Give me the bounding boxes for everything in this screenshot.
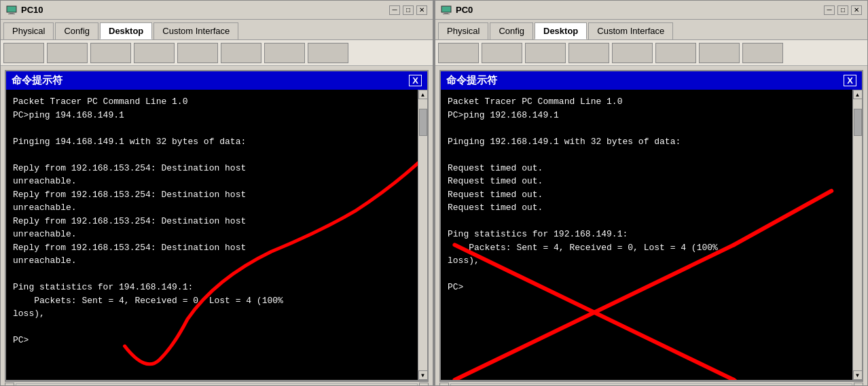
close-button[interactable]: ✕: [416, 5, 427, 15]
toolbar-btn-pc0-3[interactable]: [525, 43, 566, 63]
cmd-body-pc10[interactable]: Packet Tracer PC Command Line 1.0 PC>pin…: [6, 90, 418, 380]
scroll-down-arrow-pc0[interactable]: ▼: [853, 370, 863, 380]
scroll-thumb-pc0[interactable]: [854, 109, 862, 136]
cmd-close-btn-pc10[interactable]: X: [409, 75, 422, 86]
cmd2-line-1: Packet Tracer PC Command Line 1.0: [448, 95, 846, 109]
cmd2-line-4: Pinging 192.168.149.1 with 32 bytes of d…: [448, 135, 846, 149]
cmd2-line-12: Packets: Sent = 4, Received = 0, Lost = …: [448, 241, 846, 255]
scrollbar-v-pc0[interactable]: ▲ ▼: [852, 90, 862, 380]
toolbar-btn-pc0-6[interactable]: [655, 43, 696, 63]
cmd-body-area-pc10: Packet Tracer PC Command Line 1.0 PC>pin…: [6, 90, 427, 380]
scroll-right-arrow-pc0[interactable]: ►: [854, 383, 863, 386]
maximize-button-pc0[interactable]: □: [837, 5, 848, 15]
tab-desktop-pc10[interactable]: Desktop: [100, 22, 152, 39]
cmd-line-5: [13, 148, 411, 162]
cmd2-line-9: Request timed out.: [448, 201, 846, 215]
scroll-right-arrow[interactable]: ►: [419, 383, 429, 386]
toolbar-pc0: [435, 40, 867, 66]
cmd2-line-14: [448, 268, 846, 281]
cmd2-line-8: Request timed out.: [448, 188, 846, 202]
cmd-line-13: unreachable.: [13, 254, 411, 268]
cmd-line-2: PC>ping 194.168.149.1: [13, 109, 411, 122]
window-pc0: PC0 ─ □ ✕ Physical Config Desktop Custom…: [435, 0, 868, 386]
title-bar-pc10: PC10 ─ □ ✕: [1, 1, 433, 20]
cmd-line-17: loss),: [13, 307, 411, 321]
cmd-title-text-pc0: 命令提示符: [446, 74, 497, 87]
tab-config-pc10[interactable]: Config: [55, 22, 98, 39]
tab-bar-pc0: Physical Config Desktop Custom Interface: [435, 20, 867, 40]
scroll-down-arrow[interactable]: ▼: [418, 370, 428, 380]
svg-rect-0: [7, 6, 16, 12]
toolbar-btn-4[interactable]: [134, 43, 175, 63]
toolbar-btn-pc0-2[interactable]: [482, 43, 522, 63]
cmd-line-3: [13, 122, 411, 135]
cmd-line-10: Reply from 192.168.153.254: Destination …: [13, 215, 411, 228]
close-button-pc0[interactable]: ✕: [851, 5, 862, 15]
cmd2-line-13: loss),: [448, 254, 846, 268]
cmd2-line-3: [448, 122, 846, 135]
toolbar-btn-pc0-8[interactable]: [742, 43, 783, 63]
scroll-thumb[interactable]: [419, 109, 427, 136]
tab-physical-pc0[interactable]: Physical: [438, 22, 488, 39]
svg-rect-5: [443, 14, 450, 14]
tab-physical-pc10[interactable]: Physical: [3, 22, 54, 39]
cmd-line-19: PC>: [13, 334, 411, 347]
window-title-pc10: PC10: [21, 5, 43, 15]
scroll-left-arrow-pc0[interactable]: ◄: [439, 383, 449, 386]
cmd-line-18: [13, 321, 411, 334]
cmd2-line-15: PC>: [448, 281, 846, 294]
cmd-line-8: Reply from 192.168.153.254: Destination …: [13, 188, 411, 202]
tab-custom-interface-pc0[interactable]: Custom Interface: [588, 22, 673, 39]
cmd-body-pc0[interactable]: Packet Tracer PC Command Line 1.0 PC>pin…: [441, 90, 852, 380]
window-title-pc0: PC0: [456, 5, 473, 15]
cmd2-line-5: [448, 148, 846, 162]
cmd-line-9: unreachable.: [13, 201, 411, 215]
title-bar-left: PC10: [6, 5, 43, 16]
toolbar-btn-pc0-7[interactable]: [699, 43, 740, 63]
toolbar-btn-pc0-4[interactable]: [568, 43, 609, 63]
toolbar-btn-3[interactable]: [90, 43, 131, 63]
cmd-line-4: Pinging 194.168.149.1 with 32 bytes of d…: [13, 135, 411, 149]
svg-rect-3: [441, 6, 451, 12]
maximize-button[interactable]: □: [403, 5, 414, 15]
cmd2-line-7: Request timed out.: [448, 175, 846, 188]
cmd2-line-11: Ping statistics for 192.168.149.1:: [448, 228, 846, 241]
tab-desktop-pc0[interactable]: Desktop: [535, 22, 587, 39]
scroll-left-arrow[interactable]: ◄: [5, 383, 14, 386]
title-bar-pc0: PC0 ─ □ ✕: [435, 1, 867, 20]
toolbar-btn-5[interactable]: [177, 43, 218, 63]
toolbar-btn-2[interactable]: [47, 43, 88, 63]
cmd-container-pc10: 命令提示符 X Packet Tracer PC Command Line 1.…: [1, 66, 433, 385]
toolbar-btn-pc0-5[interactable]: [612, 43, 653, 63]
scroll-up-arrow[interactable]: ▲: [418, 90, 428, 99]
toolbar-btn-1[interactable]: [3, 43, 44, 63]
cmd-window-pc10: 命令提示符 X Packet Tracer PC Command Line 1.…: [5, 70, 429, 381]
cmd-close-btn-pc0[interactable]: X: [844, 75, 856, 86]
window-pc10: PC10 ─ □ ✕ Physical Config Desktop Custo…: [0, 0, 433, 386]
scrollbar-h-pc10[interactable]: ◄ ►: [5, 381, 429, 385]
toolbar-btn-8[interactable]: [308, 43, 348, 63]
scrollbar-v-pc10[interactable]: ▲ ▼: [418, 90, 427, 380]
scrollbar-h-pc0[interactable]: ◄ ►: [439, 381, 863, 385]
cmd-line-6: Reply from 192.168.153.254: Destination …: [13, 162, 411, 175]
toolbar-pc10: [1, 40, 433, 66]
svg-rect-2: [8, 14, 15, 14]
cmd-line-7: unreachable.: [13, 175, 411, 188]
toolbar-btn-7[interactable]: [264, 43, 305, 63]
minimize-button-pc0[interactable]: ─: [824, 5, 835, 15]
svg-rect-4: [444, 12, 448, 14]
toolbar-btn-6[interactable]: [221, 43, 261, 63]
cmd2-line-10: [448, 215, 846, 228]
cmd-line-14: [13, 268, 411, 281]
cmd-line-1: Packet Tracer PC Command Line 1.0: [13, 95, 411, 109]
cmd-container-pc0: 命令提示符 X Packet Tracer PC Command Line 1.…: [435, 66, 867, 385]
title-bar-left-pc0: PC0: [441, 5, 473, 16]
pc-icon-pc0: [441, 5, 452, 16]
cmd-title-bar-pc0: 命令提示符 X: [441, 71, 862, 90]
tab-config-pc0[interactable]: Config: [490, 22, 533, 39]
tab-custom-interface-pc10[interactable]: Custom Interface: [153, 22, 238, 39]
scroll-up-arrow-pc0[interactable]: ▲: [853, 90, 863, 99]
minimize-button[interactable]: ─: [389, 5, 400, 15]
toolbar-btn-pc0-1[interactable]: [438, 43, 479, 63]
svg-rect-1: [10, 12, 14, 14]
